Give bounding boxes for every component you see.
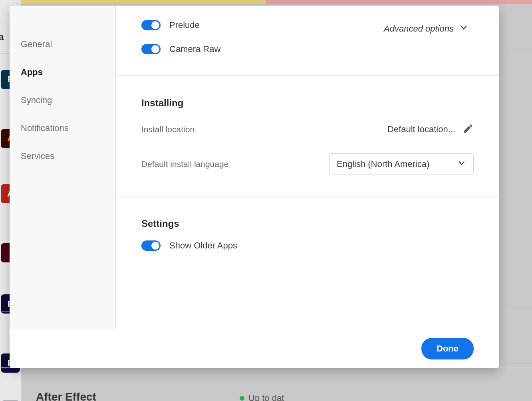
sidebar-item-label: Notifications — [21, 123, 69, 133]
advanced-options-link[interactable]: Advanced options — [384, 23, 468, 34]
install-location-label: Install location — [141, 125, 195, 134]
toggle-row-show-older: Show Older Apps — [141, 240, 474, 251]
advanced-options-label: Advanced options — [384, 24, 454, 34]
install-language-label: Default install language — [141, 159, 228, 169]
background-bottom-app-name: After Effect — [36, 391, 96, 401]
chevron-down-icon — [457, 159, 466, 170]
toggle-camera-raw[interactable] — [141, 44, 161, 54]
section-title-installing: Installing — [141, 97, 474, 109]
sidebar: General Apps Syncing Notifications Servi… — [10, 6, 116, 329]
background-status: Up to dat — [240, 393, 284, 401]
row-install-language: Default install language English (North … — [141, 153, 474, 175]
background-partial-text: ta — [0, 31, 4, 42]
toggle-label: Camera Raw — [169, 44, 220, 54]
background-status-text: Up to dat — [248, 393, 284, 401]
sidebar-item-label: Syncing — [21, 95, 52, 105]
sidebar-item-label: Services — [21, 151, 54, 161]
sidebar-item-apps[interactable]: Apps — [10, 58, 115, 86]
toggle-prelude[interactable] — [141, 20, 161, 30]
preferences-modal: General Apps Syncing Notifications Servi… — [10, 6, 499, 368]
toggle-row-camera-raw: Camera Raw — [141, 44, 474, 54]
content-area: Advanced options Prelude Camera Raw Inst… — [116, 6, 499, 329]
install-location-value: Default location... — [387, 124, 455, 135]
sidebar-item-notifications[interactable]: Notifications — [10, 114, 115, 142]
row-install-location: Install location Default location... — [141, 120, 474, 139]
toggle-label: Prelude — [169, 20, 200, 30]
sidebar-item-general[interactable]: General — [10, 30, 115, 58]
modal-body: General Apps Syncing Notifications Servi… — [10, 6, 499, 329]
language-select[interactable]: English (North America) — [329, 153, 474, 175]
section-settings: Settings Show Older Apps — [116, 197, 499, 272]
section-title-settings: Settings — [141, 218, 474, 229]
status-dot-icon — [240, 396, 244, 401]
modal-footer: Done — [10, 329, 499, 368]
toggle-show-older-apps[interactable] — [141, 240, 161, 251]
section-installing: Installing Install location Default loca… — [116, 76, 499, 197]
sidebar-item-label: General — [21, 39, 52, 49]
sidebar-item-syncing[interactable]: Syncing — [10, 86, 115, 114]
language-select-value: English (North America) — [337, 159, 429, 169]
pencil-icon[interactable] — [463, 123, 474, 136]
sidebar-item-label: Apps — [21, 67, 43, 77]
section-auto-update: Advanced options Prelude Camera Raw — [116, 6, 499, 76]
install-location-value-group: Default location... — [387, 123, 474, 136]
toggle-label: Show Older Apps — [169, 240, 237, 251]
sidebar-item-services[interactable]: Services — [10, 142, 115, 170]
chevron-down-icon — [459, 23, 468, 34]
done-button[interactable]: Done — [421, 338, 474, 359]
background-top-strip — [0, 0, 532, 4]
